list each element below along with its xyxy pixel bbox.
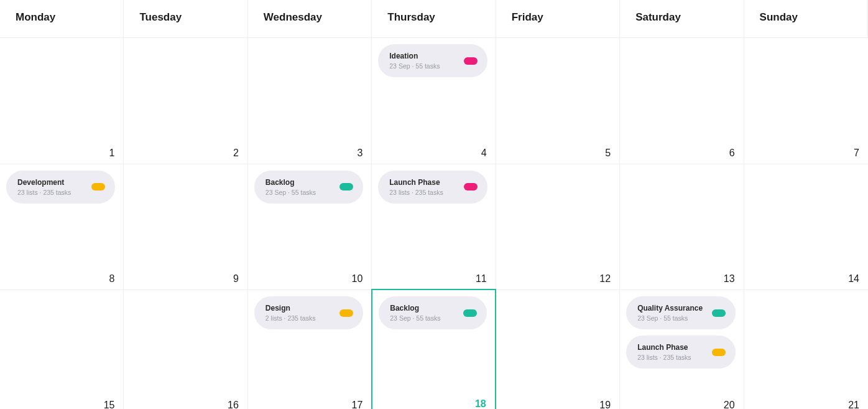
task-meta: 23 Sep · 55 tasks: [389, 62, 440, 70]
task-text: Launch Phase23 lists · 235 tasks: [637, 343, 691, 361]
day-number: 4: [481, 148, 487, 159]
day-number: 16: [228, 400, 239, 410]
day-number: 17: [351, 400, 362, 410]
status-dot-yellow-icon: [712, 349, 726, 356]
task-card-backlog[interactable]: Backlog23 Sep · 55 tasks: [254, 171, 363, 204]
day-number: 6: [729, 148, 735, 159]
weekday-header-tuesday: Tuesday: [124, 0, 247, 37]
day-number: 19: [599, 400, 611, 410]
day-number: 20: [724, 400, 735, 410]
task-meta: 23 Sep · 55 tasks: [265, 189, 316, 196]
task-title: Ideation: [389, 52, 440, 60]
day-cell-16[interactable]: 16: [124, 289, 247, 409]
day-cell-7[interactable]: 7: [744, 37, 868, 164]
task-meta: 2 lists · 235 tasks: [265, 314, 316, 322]
day-cell-15[interactable]: 15: [0, 289, 124, 409]
day-number: 18: [475, 398, 486, 410]
task-text: Backlog23 Sep · 55 tasks: [265, 178, 316, 196]
task-card-backlog[interactable]: Backlog23 Sep · 55 tasks: [379, 296, 486, 329]
weekday-header-monday: Monday: [0, 0, 124, 37]
task-meta: 23 Sep · 55 tasks: [390, 314, 440, 322]
day-cell-8[interactable]: Development23 lists · 235 tasks8: [0, 164, 124, 290]
task-title: Backlog: [390, 304, 440, 313]
task-meta: 23 lists · 235 tasks: [17, 189, 71, 196]
day-number: 21: [848, 400, 859, 410]
day-number: 5: [605, 148, 611, 159]
task-card-launch-phase[interactable]: Launch Phase23 lists · 235 tasks: [378, 171, 487, 204]
day-cell-17[interactable]: Design2 lists · 235 tasks17: [248, 289, 372, 409]
task-title: Backlog: [265, 178, 316, 187]
task-card-development[interactable]: Development23 lists · 235 tasks: [6, 171, 115, 204]
task-meta: 23 lists · 235 tasks: [389, 189, 443, 196]
day-cell-20[interactable]: Quality Assurance23 Sep · 55 tasksLaunch…: [620, 289, 744, 409]
day-cell-4[interactable]: Ideation23 Sep · 55 tasks4: [372, 37, 496, 164]
weekday-header-sunday: Sunday: [744, 0, 868, 37]
day-cell-14[interactable]: 14: [744, 164, 868, 290]
task-card-design[interactable]: Design2 lists · 235 tasks: [254, 296, 363, 329]
task-title: Design: [265, 304, 316, 313]
day-cell-1[interactable]: 1: [0, 37, 124, 164]
task-title: Launch Phase: [389, 178, 443, 187]
status-dot-yellow-icon: [91, 183, 105, 190]
status-dot-pink-icon: [464, 57, 478, 65]
task-card-launch-phase[interactable]: Launch Phase23 lists · 235 tasks: [626, 336, 735, 369]
task-text: Development23 lists · 235 tasks: [17, 178, 71, 196]
task-title: Launch Phase: [637, 343, 691, 352]
day-cell-9[interactable]: 9: [124, 164, 247, 290]
day-cell-19[interactable]: 19: [496, 289, 620, 409]
day-number: 9: [233, 273, 239, 284]
day-cell-2[interactable]: 2: [124, 37, 247, 164]
task-text: Design2 lists · 235 tasks: [265, 304, 316, 322]
weekday-header-wednesday: Wednesday: [248, 0, 372, 37]
day-cell-13[interactable]: 13: [620, 164, 744, 290]
status-dot-pink-icon: [464, 183, 478, 190]
day-cell-18[interactable]: Backlog23 Sep · 55 tasks18: [371, 289, 496, 409]
day-number: 14: [848, 273, 859, 284]
calendar-grid: MondayTuesdayWednesdayThursdayFridaySatu…: [0, 0, 868, 409]
weekday-header-saturday: Saturday: [620, 0, 744, 37]
task-meta: 23 Sep · 55 tasks: [637, 314, 703, 322]
day-number: 11: [476, 273, 487, 284]
day-cell-12[interactable]: 12: [496, 164, 620, 290]
day-number: 1: [109, 148, 115, 159]
task-card-ideation[interactable]: Ideation23 Sep · 55 tasks: [378, 44, 487, 77]
day-cell-10[interactable]: Backlog23 Sep · 55 tasks10: [248, 164, 372, 290]
status-dot-green-icon: [463, 309, 477, 317]
weekday-header-friday: Friday: [496, 0, 620, 37]
day-cell-11[interactable]: Launch Phase23 lists · 235 tasks11: [372, 164, 496, 290]
status-dot-yellow-icon: [339, 309, 353, 317]
task-text: Ideation23 Sep · 55 tasks: [389, 52, 440, 70]
status-dot-green-icon: [339, 183, 353, 190]
day-number: 12: [599, 273, 611, 284]
task-card-quality-assurance[interactable]: Quality Assurance23 Sep · 55 tasks: [626, 296, 735, 329]
task-title: Quality Assurance: [637, 304, 703, 313]
day-number: 8: [109, 273, 115, 284]
task-text: Launch Phase23 lists · 235 tasks: [389, 178, 443, 196]
task-text: Backlog23 Sep · 55 tasks: [390, 304, 440, 322]
day-number: 13: [724, 273, 735, 284]
day-cell-21[interactable]: 21: [744, 289, 868, 409]
task-title: Development: [17, 178, 71, 187]
task-meta: 23 lists · 235 tasks: [637, 354, 691, 361]
task-text: Quality Assurance23 Sep · 55 tasks: [637, 304, 703, 322]
day-number: 15: [104, 400, 115, 410]
day-cell-5[interactable]: 5: [496, 37, 620, 164]
day-number: 7: [854, 148, 859, 159]
day-number: 10: [351, 273, 362, 284]
day-cell-3[interactable]: 3: [248, 37, 372, 164]
weekday-header-thursday: Thursday: [372, 0, 496, 37]
day-cell-6[interactable]: 6: [620, 37, 744, 164]
status-dot-green-icon: [712, 309, 726, 317]
day-number: 2: [233, 148, 239, 159]
day-number: 3: [357, 148, 362, 159]
